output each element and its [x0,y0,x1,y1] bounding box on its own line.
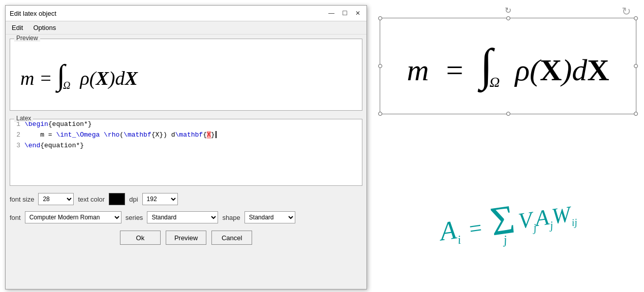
series-select[interactable]: Standard [147,211,218,223]
code-line-3: 3 \end{equation*} [10,141,362,151]
handle-tm[interactable] [506,16,510,20]
close-button[interactable]: ✕ [353,9,362,18]
code-line-1: 1 \begin{equation*} [10,119,362,130]
title-bar: Edit latex object — ☐ ✕ [6,6,366,21]
minimize-button[interactable]: — [327,9,336,18]
font-select[interactable]: Computer Modern Roman [25,211,121,223]
shape-select[interactable]: Standard [244,211,295,223]
latex-section: Latex 1 \begin{equation*} 2 m = \int_\Om… [10,119,362,186]
canvas-area: ↻ ↻ m = ∫Ω ρ(X)dX Ai = Σ j VjAjWij [372,0,644,292]
font-size-select[interactable]: 28 [38,193,74,205]
text-color-label: text color [78,196,105,203]
code-content-3: \end{equation*} [24,141,362,151]
shape-label: shape [222,214,240,221]
font-label: font [10,214,21,221]
controls-row-2: font Computer Modern Roman series Standa… [6,208,366,226]
equation-box-selected[interactable]: ↻ m = ∫Ω ρ(X)dX [380,18,636,114]
teal-ai: Ai [438,214,462,249]
rotate-icon: ↻ [622,5,634,17]
font-size-label: font size [10,196,34,203]
menu-bar: Edit Options [6,21,366,35]
rotate-handle[interactable]: ↻ [504,6,512,14]
preview-section: Preview m = ∫Ω ρ(X)dX [10,39,362,111]
series-label: series [126,214,143,221]
code-editor[interactable]: 1 \begin{equation*} 2 m = \int_\Omega \r… [10,119,362,185]
preview-label: Preview [14,35,40,42]
edit-latex-dialog: Edit latex object — ☐ ✕ Edit Options Pre… [5,5,367,289]
dpi-label: dpi [129,196,138,203]
handle-bm[interactable] [506,112,510,116]
preview-formula: m = ∫Ω ρ(X)dX [20,58,138,92]
line-num-2: 2 [10,130,24,141]
handle-bl[interactable] [378,112,382,116]
canvas-formula-1: m = ∫Ω ρ(X)dX [407,42,609,90]
line-num-3: 3 [10,141,24,151]
dpi-select[interactable]: 192 [142,193,178,205]
menu-edit[interactable]: Edit [8,22,27,33]
buttons-row: Ok Preview Cancel [6,226,366,249]
preview-content: m = ∫Ω ρ(X)dX [10,39,362,110]
canvas-formula-2-container: Ai = Σ j VjAjWij [372,165,644,282]
teal-sigma-group: Σ j [488,200,517,248]
handle-br[interactable] [634,112,638,116]
code-line-2: 2 m = \int_\Omega \rho(\mathbf{X}) d\mat… [10,130,362,141]
code-content-1: \begin{equation*} [24,119,362,130]
teal-equals: = [462,214,488,243]
code-content-2: m = \int_\Omega \rho(\mathbf{X}) d\mathb… [24,130,362,141]
ok-button[interactable]: Ok [120,231,161,245]
handle-tl[interactable] [378,16,382,20]
menu-options[interactable]: Options [29,22,60,33]
preview-button[interactable]: Preview [166,231,206,245]
cancel-button[interactable]: Cancel [211,231,252,245]
text-color-picker[interactable] [109,193,125,205]
teal-vj: VjAjWij [516,200,577,236]
latex-label: Latex [14,115,33,122]
handle-ml[interactable] [378,64,382,68]
maximize-button[interactable]: ☐ [340,9,349,18]
controls-row-1: font size 28 text color dpi 192 [6,190,366,208]
handle-tr[interactable] [634,16,638,20]
title-bar-buttons: — ☐ ✕ [327,9,362,18]
handle-mr[interactable] [634,64,638,68]
dialog-title: Edit latex object [10,10,56,17]
teal-equation: Ai = Σ j VjAjWij [437,191,579,255]
